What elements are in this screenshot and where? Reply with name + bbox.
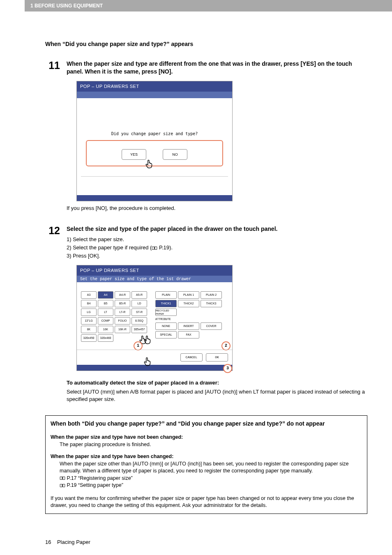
- page-content: When “Did you change paper size and type…: [45, 12, 367, 555]
- note-box-title: When both “Did you change paper type?” a…: [51, 420, 362, 428]
- hand-pointer-icon: [142, 334, 226, 349]
- footer-title: Placing Paper: [57, 539, 90, 545]
- hand-pointer-icon: [142, 356, 228, 371]
- page-number: 16: [45, 539, 51, 545]
- step-11-caption: If you press [NO], the procedure is comp…: [67, 205, 367, 212]
- size-a3[interactable]: A3: [81, 291, 97, 299]
- auto-detect-heading: To automatically detect the size of pape…: [67, 379, 367, 387]
- step-12-item-2: 2) Select the paper type if required ( P…: [67, 244, 367, 251]
- step-11-title: When the paper size and type are differe…: [67, 60, 367, 76]
- auto-detect-text: Select [AUTO (mm)] when A/B format paper…: [67, 388, 367, 403]
- chapter-header: 1 BEFORE USING EQUIPMENT: [25, 0, 392, 12]
- note-final: If you want the menu for confirming whet…: [51, 495, 362, 509]
- callout-3: 3: [223, 364, 232, 373]
- book-icon: [152, 246, 157, 250]
- callout-2: 2: [221, 341, 231, 350]
- popup-prompt: Did you change paper size and type?: [81, 131, 228, 137]
- attribute-label: ATTRIBUTE: [155, 318, 228, 322]
- callout-1: 1: [134, 341, 143, 350]
- step-12-item-1: 1) Select the paper size.: [67, 236, 367, 243]
- hand-pointer-icon: [144, 159, 154, 173]
- book-icon: [60, 484, 65, 488]
- popup-sub: [77, 92, 232, 98]
- yes-button[interactable]: YES: [122, 149, 146, 160]
- step-12-item-3: 3) Press [OK].: [67, 252, 367, 260]
- section-heading: When “Did you change paper size and type…: [45, 40, 367, 48]
- step-12-title: Select the size and type of the paper pl…: [67, 225, 367, 233]
- step-12: 12 Select the size and type of the paper…: [45, 225, 367, 403]
- popup2-sub: Set the paper size and type of the 1st d…: [77, 276, 232, 282]
- note-sub-2: When the paper size and type have been c…: [51, 453, 362, 461]
- note-box: When both “Did you change paper type?” a…: [45, 415, 367, 514]
- no-button[interactable]: NO: [163, 149, 187, 160]
- step-12-list: 1) Select the paper size. 2) Select the …: [67, 236, 367, 260]
- popup2-title: POP – UP DRAWERS SET: [77, 265, 232, 276]
- step-11: 11 When the paper size and type are diff…: [45, 60, 367, 222]
- popup-title: POP – UP DRAWERS SET: [77, 81, 232, 92]
- chapter-label: 1 BEFORE USING EQUIPMENT: [30, 3, 103, 9]
- note-text-1: The paper placing procedure is finished.: [60, 441, 362, 449]
- step-number-12: 12: [45, 225, 60, 403]
- note-sub-1: When the paper size and type have not be…: [51, 434, 362, 441]
- size-a4[interactable]: A4: [98, 291, 113, 299]
- note-ref-2: P.19 “Setting paper type”: [60, 482, 362, 489]
- step-number-11: 11: [45, 60, 60, 222]
- note-ref-1: P.17 “Registering paper size”: [60, 475, 362, 482]
- page-footer: 16 Placing Paper: [45, 539, 367, 555]
- note-text-2: When the paper size other than [AUTO (mm…: [60, 461, 362, 475]
- screenshot-size-type: POP – UP DRAWERS SET Set the paper size …: [76, 265, 233, 371]
- size-a4r[interactable]: A4-R: [115, 291, 130, 299]
- size-a5r[interactable]: A5-R: [131, 291, 147, 299]
- book-icon: [60, 476, 65, 480]
- screenshot-popup-yesno: POP – UP DRAWERS SET Did you change pape…: [76, 81, 233, 201]
- highlighted-buttons: YES NO: [86, 140, 223, 166]
